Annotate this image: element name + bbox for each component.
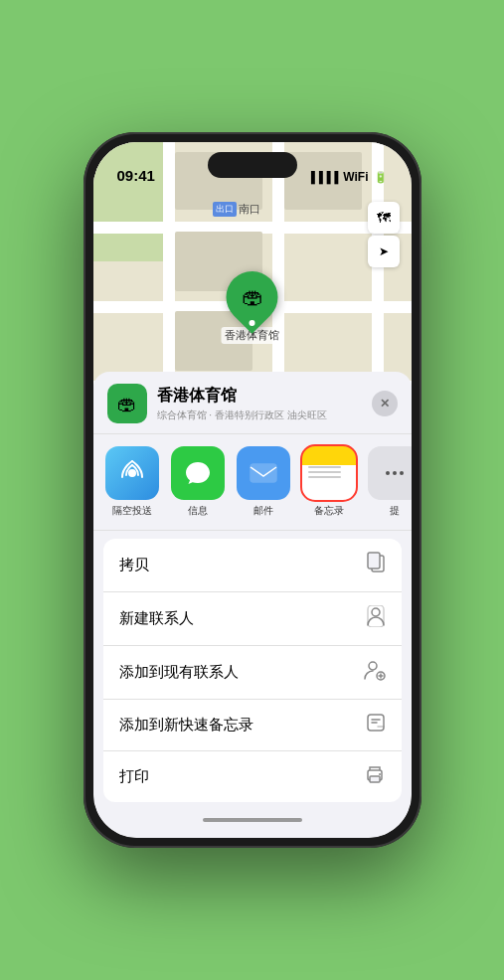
action-list: 拷贝 新建联系人 <box>103 539 402 802</box>
action-quick-note[interactable]: 添加到新快速备忘录 <box>103 700 402 751</box>
print-label: 打印 <box>119 767 149 786</box>
messages-icon <box>171 446 225 500</box>
notes-icon-wrapper <box>302 446 356 500</box>
place-emoji: 🏟 <box>117 393 137 415</box>
marker-emoji: 🏟 <box>242 284 263 310</box>
more-label: 提 <box>390 504 400 518</box>
share-item-notes[interactable]: 备忘录 <box>300 446 358 518</box>
notes-line-3 <box>308 476 342 478</box>
signal-icon: ▐▐▐▐ <box>307 171 338 183</box>
svg-point-11 <box>379 773 381 775</box>
svg-point-6 <box>369 662 377 670</box>
dot-1 <box>386 471 390 475</box>
notes-content <box>302 446 356 500</box>
svg-rect-10 <box>370 776 380 782</box>
place-header: 🏟 香港体育馆 综合体育馆 · 香港特别行政区 油尖旺区 ✕ <box>93 384 412 434</box>
phone-screen: 09:41 ▐▐▐▐ WiFi 🔋 <box>93 142 412 838</box>
exit-tag: 出口 <box>213 202 237 217</box>
map-location-button[interactable]: ➤ <box>368 236 400 267</box>
home-indicator <box>93 810 412 830</box>
place-name: 香港体育馆 <box>157 386 372 407</box>
close-button[interactable]: ✕ <box>372 391 398 416</box>
home-bar <box>203 818 302 822</box>
place-icon: 🏟 <box>107 384 147 423</box>
phone-frame: 09:41 ▐▐▐▐ WiFi 🔋 <box>84 132 421 848</box>
notes-line-2 <box>308 471 342 473</box>
more-icon <box>368 446 412 500</box>
exit-label: 南口 <box>239 202 260 217</box>
notes-label: 备忘录 <box>314 504 344 518</box>
svg-rect-3 <box>368 553 380 569</box>
place-subtitle: 综合体育馆 · 香港特别行政区 油尖旺区 <box>157 408 372 422</box>
bottom-sheet: 🏟 香港体育馆 综合体育馆 · 香港特别行政区 油尖旺区 ✕ <box>93 372 412 838</box>
map-controls: 🗺 ➤ <box>368 202 400 267</box>
map-layer-button[interactable]: 🗺 <box>368 202 400 234</box>
note-icon <box>366 713 386 737</box>
person-add-icon <box>364 659 386 686</box>
action-copy[interactable]: 拷贝 <box>103 539 402 592</box>
dot-3 <box>400 471 404 475</box>
share-item-mail[interactable]: 邮件 <box>235 446 292 518</box>
share-item-airdrop[interactable]: 隔空投送 <box>103 446 161 518</box>
airdrop-icon <box>105 446 159 500</box>
map-label-nkou: 出口 南口 <box>213 202 260 217</box>
marker-dot <box>250 320 255 326</box>
copy-icon <box>366 552 386 578</box>
battery-icon: 🔋 <box>374 171 388 184</box>
mail-label: 邮件 <box>253 504 273 518</box>
svg-point-4 <box>372 608 380 616</box>
mail-icon <box>237 446 290 500</box>
dot-2 <box>393 471 397 475</box>
quick-note-label: 添加到新快速备忘录 <box>119 716 253 735</box>
status-icons: ▐▐▐▐ WiFi 🔋 <box>307 170 387 184</box>
person-icon <box>366 605 386 632</box>
new-contact-label: 新建联系人 <box>119 609 194 628</box>
airdrop-label: 隔空投送 <box>112 504 152 518</box>
share-row: 隔空投送 信息 <box>93 434 412 531</box>
copy-label: 拷贝 <box>119 556 149 574</box>
notes-icon <box>302 446 356 500</box>
dynamic-island <box>208 152 297 178</box>
action-new-contact[interactable]: 新建联系人 <box>103 592 402 646</box>
share-item-messages[interactable]: 信息 <box>169 446 227 518</box>
share-item-more[interactable]: 提 <box>366 446 412 518</box>
svg-rect-1 <box>251 464 276 482</box>
print-icon <box>364 764 386 789</box>
add-contact-label: 添加到现有联系人 <box>119 663 239 682</box>
action-add-contact[interactable]: 添加到现有联系人 <box>103 646 402 700</box>
map-marker: 🏟 香港体育馆 <box>221 271 283 344</box>
wifi-icon: WiFi <box>343 170 368 184</box>
more-dots <box>386 471 404 475</box>
notes-line-1 <box>308 466 342 468</box>
svg-point-0 <box>128 469 136 477</box>
place-info: 香港体育馆 综合体育馆 · 香港特别行政区 油尖旺区 <box>157 386 372 422</box>
action-print[interactable]: 打印 <box>103 751 402 802</box>
status-time: 09:41 <box>117 167 155 184</box>
messages-label: 信息 <box>188 504 208 518</box>
